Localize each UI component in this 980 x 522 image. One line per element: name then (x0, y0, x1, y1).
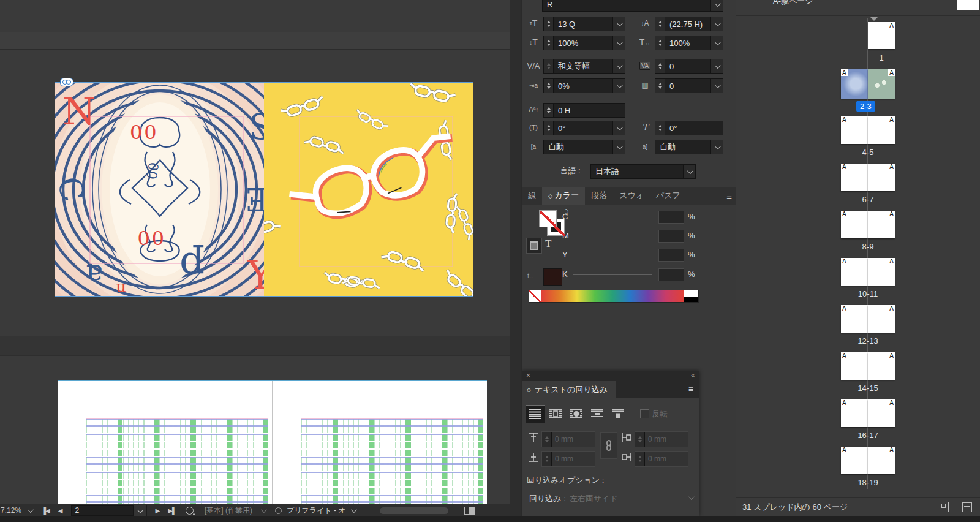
skew-field[interactable]: 0° (655, 121, 723, 135)
page-label-8-9[interactable]: 8-9 (840, 242, 895, 251)
spread-4-5-grid[interactable] (58, 380, 487, 504)
wrap-to-dropdown-icon[interactable] (688, 494, 695, 500)
tab-stroke[interactable]: 線 (522, 187, 542, 205)
add-page-icon[interactable] (962, 502, 972, 512)
tracking-field[interactable]: 0 (655, 59, 723, 74)
y-value-field[interactable] (658, 249, 684, 262)
wrap-jump-object-button[interactable] (588, 405, 606, 422)
page-thumbnail-6[interactable]: A (841, 164, 868, 191)
language-field[interactable]: 日本語 (590, 164, 696, 179)
page-label-4-5[interactable]: 4-5 (840, 148, 895, 157)
wrap-jump-next-column-button[interactable] (609, 405, 627, 422)
page-2-pink-rings[interactable]: 00 00 00 N S C E p a n Y (55, 83, 264, 296)
page-5-grid[interactable] (273, 381, 486, 504)
horizontal-scale-field[interactable]: 100% (655, 36, 723, 50)
page-thumbnail-9[interactable]: A (868, 211, 895, 238)
k-slider[interactable] (573, 274, 652, 275)
page-number-field[interactable]: 2 (71, 505, 134, 516)
tab-swatches[interactable]: スウォ (613, 187, 650, 205)
m-value-field[interactable] (658, 230, 684, 243)
color-ramp[interactable] (529, 290, 699, 303)
page-thumbnail-18[interactable]: A (841, 447, 868, 474)
page-label-14-15[interactable]: 14-15 (840, 384, 895, 393)
first-page-button[interactable]: ▐◀ (42, 507, 50, 514)
page-label-6-7[interactable]: 6-7 (840, 195, 895, 204)
ramp-white-black[interactable] (684, 290, 698, 302)
ramp-spectrum[interactable] (541, 290, 684, 302)
offset-top-field[interactable]: 0 mm (541, 431, 595, 447)
preflight-status-text[interactable]: プリフライト - オ (287, 505, 346, 516)
master-page-name[interactable]: A-親ページ (773, 0, 813, 7)
page-thumbnail-3[interactable]: A (868, 69, 895, 99)
leading-field[interactable]: (22.75 H) (655, 17, 723, 31)
offset-link-button[interactable] (600, 432, 617, 459)
fill-swatch-none[interactable] (539, 210, 557, 227)
page-thumbnail-16[interactable]: A (841, 399, 868, 427)
page-thumbnail-1[interactable]: A (868, 22, 895, 49)
y-slider[interactable] (573, 255, 652, 255)
page-4-grid[interactable] (58, 381, 273, 504)
page-thumbnail-10[interactable]: A (841, 258, 868, 286)
page-thumbnail-12[interactable]: A (841, 305, 868, 333)
preflight-clock-icon[interactable] (186, 507, 194, 515)
last-page-button[interactable]: ▶▌ (168, 507, 176, 514)
master-page-row[interactable]: A-親ページ (736, 0, 980, 15)
spread-view-icon[interactable] (464, 507, 475, 515)
panel-menu-icon[interactable]: ≡ (726, 191, 731, 202)
zoom-level[interactable]: 7.12% (1, 506, 21, 515)
grid-jidori-right-field[interactable]: 自動 (655, 140, 723, 154)
page-thumbnail-14[interactable]: A (841, 352, 868, 380)
profile-dropdown-icon[interactable] (261, 507, 267, 513)
wrap-to-value[interactable]: 左右両サイド (570, 493, 618, 504)
offset-left-field[interactable]: 0 mm (635, 431, 688, 447)
page-label-16-17[interactable]: 16-17 (840, 431, 895, 440)
wrap-object-shape-button[interactable] (567, 405, 586, 422)
aki-right-field[interactable]: 0 (655, 78, 723, 93)
page-thumbnail-8[interactable]: A (841, 211, 868, 238)
prev-page-button[interactable]: ◀ (58, 507, 62, 514)
font-size-field[interactable]: 13 Q (543, 17, 625, 31)
tab-paragraph[interactable]: 段落 (585, 187, 613, 205)
page-thumbnail-2[interactable]: A (841, 69, 868, 99)
page-3-yellow-glasses[interactable] (264, 83, 473, 296)
m-slider[interactable] (573, 236, 652, 236)
page-thumbnail-4[interactable]: A (841, 116, 868, 144)
char-rotation-field[interactable]: 0° (543, 121, 625, 135)
close-icon[interactable]: × (526, 371, 530, 380)
page-label-10-11[interactable]: 10-11 (840, 289, 895, 298)
tab-color[interactable]: ◇ カラー (542, 187, 585, 205)
page-thumbnail-15[interactable]: A (868, 352, 895, 380)
page-thumbnail-17[interactable]: A (868, 399, 895, 427)
invert-checkbox[interactable] (640, 409, 649, 418)
collapse-icon[interactable]: « (691, 371, 695, 379)
page-thumbnail-5[interactable]: A (868, 116, 895, 144)
link-badge-icon[interactable] (60, 78, 74, 86)
offset-right-field[interactable]: 0 mm (635, 451, 688, 467)
page-dropdown[interactable] (134, 505, 147, 516)
page-label-1[interactable]: 1 (854, 53, 909, 62)
page-thumbnail-7[interactable]: A (868, 164, 895, 191)
vertical-scale-field[interactable]: 100% (543, 36, 625, 50)
text-wrap-menu-icon[interactable]: ≡ (688, 384, 693, 394)
grid-jidori-left-field[interactable]: 自動 (543, 140, 625, 154)
document-canvas[interactable]: 00 00 00 N S C E p a n Y (0, 0, 510, 504)
page-thumbnail-13[interactable]: A (868, 305, 895, 333)
spread-2-3-artwork[interactable]: 00 00 00 N S C E p a n Y (55, 83, 473, 296)
master-page-thumbnail[interactable] (957, 0, 979, 10)
page-label-12-13[interactable]: 12-13 (840, 336, 895, 346)
tab-pathfinder[interactable]: パスフ (650, 187, 687, 205)
k-value-field[interactable] (658, 268, 684, 281)
wrap-bounding-box-button[interactable] (546, 405, 565, 422)
zoom-dropdown-icon[interactable] (28, 507, 34, 513)
aki-left-field[interactable]: 0% (543, 78, 625, 93)
kerning-field[interactable]: 和文等幅 (543, 59, 625, 74)
preflight-dropdown-icon[interactable] (351, 507, 357, 513)
new-spread-icon[interactable] (940, 502, 949, 512)
page-thumbnail-11[interactable]: A (868, 258, 895, 286)
page-label-18-19[interactable]: 18-19 (840, 478, 895, 487)
font-style-field[interactable]: R (542, 0, 723, 12)
c-slider[interactable] (573, 217, 652, 218)
baseline-shift-field[interactable]: 0 H (543, 103, 625, 118)
page-label-2-3[interactable]: 2-3 (856, 101, 875, 112)
ramp-none-swatch[interactable] (529, 290, 541, 302)
